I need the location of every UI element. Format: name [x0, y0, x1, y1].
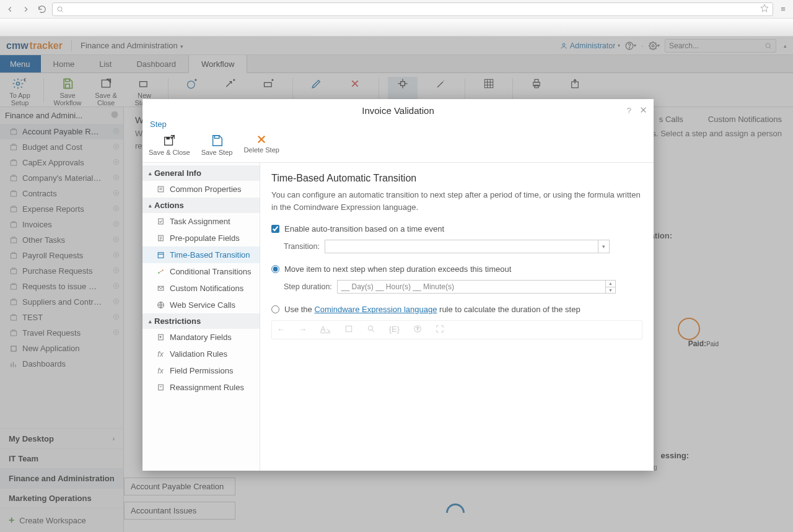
spin-down[interactable]: ▼ — [606, 287, 615, 294]
svg-text:?: ? — [416, 326, 419, 331]
svg-point-132 — [368, 326, 372, 330]
ms-reassignment-rules[interactable]: Reassignment Rules — [142, 379, 260, 396]
tb-format-icon[interactable]: A↘ — [320, 325, 331, 335]
mm-desc: You can configure an automatic transitio… — [271, 189, 642, 213]
use-expression-label: Use the Comindware Expression language r… — [284, 305, 581, 314]
nav-forward-button[interactable] — [20, 3, 32, 15]
ms-header-actions[interactable]: ▴Actions — [142, 198, 260, 213]
svg-rect-119 — [158, 253, 164, 258]
nav-reload-button[interactable] — [36, 3, 48, 15]
move-on-timeout-label: Move item to next step when step duratio… — [284, 264, 511, 274]
modal-main-panel: Time-Based Automatic Transition You can … — [260, 163, 654, 471]
expression-toolbar: ← → A↘ {E} ? — [271, 320, 642, 339]
ms-field-permissions[interactable]: fxField Permissions — [142, 362, 260, 379]
svg-line-133 — [372, 330, 374, 332]
ms-mandatory-fields[interactable]: *Mandatory Fields — [142, 329, 260, 346]
svg-rect-108 — [214, 136, 219, 139]
svg-rect-131 — [346, 326, 351, 331]
transition-dropdown[interactable]: ▾ — [325, 240, 610, 253]
step-duration-label: Step duration: — [284, 282, 332, 291]
tb-back-icon[interactable]: ← — [277, 325, 285, 335]
tb-help-icon[interactable]: ? — [413, 325, 422, 335]
step-editor-modal: Invoice Validation ? Step Save & Close S… — [142, 99, 654, 471]
enable-auto-transition-label: Enable auto-transition based on a time e… — [284, 224, 444, 233]
nav-back-button[interactable] — [4, 3, 16, 15]
svg-rect-106 — [167, 137, 170, 140]
modal-close-button[interactable] — [639, 105, 647, 116]
svg-rect-114 — [158, 219, 163, 224]
url-bar[interactable] — [52, 2, 773, 16]
tb-expand-icon[interactable] — [436, 325, 444, 335]
svg-rect-129 — [158, 385, 163, 390]
mr-save-step[interactable]: Save Step — [201, 134, 233, 156]
ms-prepopulate[interactable]: Pre-populate Fields — [142, 230, 260, 246]
ms-task-assignment[interactable]: Task Assignment — [142, 213, 260, 230]
expression-language-link[interactable]: Comindware Expression language — [314, 305, 437, 314]
ms-conditional-transitions[interactable]: Conditional Transitions — [142, 263, 260, 280]
tb-save-icon[interactable] — [344, 325, 353, 335]
ms-header-general[interactable]: ▴General Info — [142, 165, 260, 181]
tb-search-icon[interactable] — [367, 325, 375, 335]
transition-label: Transition: — [284, 242, 320, 251]
toolbar-spacer — [0, 19, 793, 37]
svg-point-121 — [158, 273, 159, 274]
step-duration-input[interactable]: __ Day(s) __ Hour(s) __ Minute(s) ▲▼ — [337, 280, 616, 294]
svg-point-0 — [58, 7, 62, 11]
svg-text:*: * — [159, 336, 161, 339]
move-on-timeout-radio[interactable] — [271, 265, 279, 273]
modal-sidebar: ▴General Info Common Properties ▴Actions… — [142, 163, 260, 471]
modal-title: Invoice Validation — [362, 105, 434, 116]
modal-help-button[interactable]: ? — [627, 106, 631, 115]
bookmark-star-icon[interactable] — [760, 4, 769, 14]
mr-save-close[interactable]: Save & Close — [149, 134, 190, 156]
browser-menu-button[interactable]: ≡ — [777, 3, 789, 15]
ms-time-based-transition[interactable]: Time-Based Transition — [142, 246, 260, 263]
mr-delete-step[interactable]: Delete Step — [243, 134, 279, 156]
ms-validation-rules[interactable]: fxValidation Rules — [142, 346, 260, 362]
browser-chrome: ≡ — [0, 0, 793, 19]
svg-marker-2 — [761, 4, 768, 12]
svg-line-1 — [62, 11, 63, 12]
chevron-down-icon: ▾ — [598, 240, 609, 253]
svg-line-123 — [159, 271, 162, 273]
ms-custom-notifications[interactable]: Custom Notifications — [142, 280, 260, 297]
enable-auto-transition-checkbox[interactable] — [271, 225, 279, 233]
ms-web-service-calls[interactable]: Web Service Calls — [142, 297, 260, 313]
svg-point-122 — [162, 269, 163, 271]
use-expression-radio[interactable] — [271, 305, 279, 313]
modal-breadcrumb[interactable]: Step — [142, 120, 654, 131]
tb-forward-icon[interactable]: → — [299, 325, 307, 335]
ms-common-properties[interactable]: Common Properties — [142, 181, 260, 198]
spin-up[interactable]: ▲ — [606, 281, 615, 287]
mm-title: Time-Based Automatic Transition — [271, 173, 642, 184]
tb-braces-icon[interactable]: {E} — [389, 325, 400, 335]
ms-header-restrictions[interactable]: ▴Restrictions — [142, 313, 260, 329]
